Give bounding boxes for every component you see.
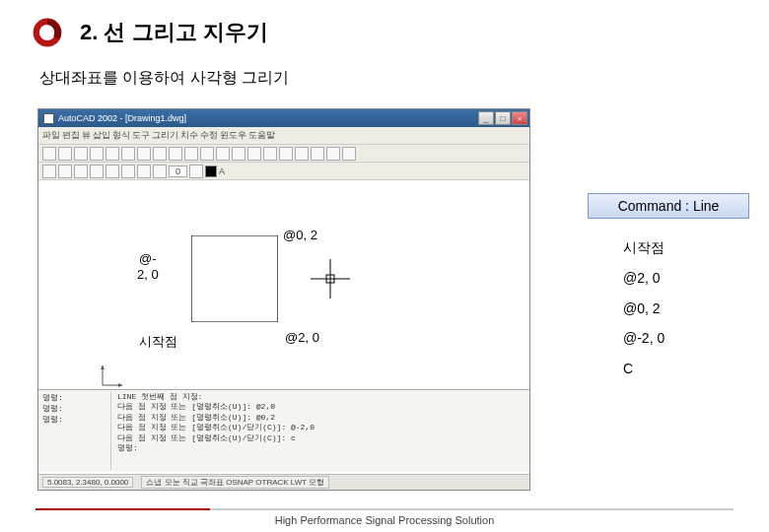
drawing-canvas[interactable]: @- 2, 0 @0, 2 시작점 @2, 0 모델 / 배치1 / 배치2 bbox=[38, 180, 529, 407]
coord-label-left: @- 2, 0 bbox=[137, 251, 159, 282]
toolbar-1 bbox=[38, 145, 529, 163]
logo-icon bbox=[30, 15, 65, 50]
tool-icon[interactable] bbox=[295, 147, 309, 161]
minimize-button[interactable]: _ bbox=[478, 111, 494, 125]
tool-icon[interactable] bbox=[58, 165, 72, 178]
tool-icon[interactable] bbox=[137, 147, 151, 161]
tool-icon[interactable] bbox=[189, 165, 203, 178]
menu-item[interactable]: 삽입 bbox=[93, 129, 110, 142]
layer-dropdown[interactable]: 0 bbox=[169, 166, 187, 177]
text-label: A bbox=[219, 166, 225, 176]
tool-icon[interactable] bbox=[342, 147, 356, 161]
cad-titlebar: AutoCAD 2002 - [Drawing1.dwg] _ □ × bbox=[38, 109, 529, 127]
coord-label-bottom: @2, 0 bbox=[285, 330, 319, 346]
command-panel-header: Command : Line bbox=[588, 193, 749, 219]
menu-item[interactable]: 윈도우 bbox=[220, 129, 246, 142]
square-shape bbox=[191, 235, 278, 322]
ucs-icon bbox=[98, 361, 127, 392]
status-flags: 스냅 모눈 직교 극좌표 OSNAP OTRACK LWT 모형 bbox=[141, 476, 329, 489]
menu-item[interactable]: 수정 bbox=[200, 129, 218, 142]
svg-marker-7 bbox=[118, 383, 122, 387]
tool-icon[interactable] bbox=[90, 147, 104, 161]
tool-icon[interactable] bbox=[184, 147, 198, 161]
window-controls: _ □ × bbox=[478, 111, 527, 125]
crosshair-cursor-icon bbox=[311, 259, 350, 302]
menu-item[interactable]: 형식 bbox=[112, 129, 130, 142]
svg-marker-8 bbox=[101, 366, 105, 369]
cmd-item: @2, 0 bbox=[623, 263, 749, 294]
cmd-item: 시작점 bbox=[623, 233, 749, 263]
coord-label-start: 시작점 bbox=[139, 334, 177, 350]
tool-icon[interactable] bbox=[121, 147, 135, 161]
tool-icon[interactable] bbox=[74, 165, 88, 178]
tool-icon[interactable] bbox=[90, 165, 104, 178]
tool-icon[interactable] bbox=[105, 147, 119, 161]
cmd-item: @-2, 0 bbox=[623, 323, 749, 354]
menu-item[interactable]: 그리기 bbox=[152, 129, 178, 142]
tool-icon[interactable] bbox=[169, 147, 182, 161]
tool-icon[interactable] bbox=[74, 147, 88, 161]
app-icon bbox=[43, 113, 54, 124]
cad-window: AutoCAD 2002 - [Drawing1.dwg] _ □ × 파일 편… bbox=[37, 108, 530, 491]
tool-icon[interactable] bbox=[247, 147, 261, 161]
command-list: 시작점 @2, 0 @0, 2 @-2, 0 C bbox=[588, 219, 749, 384]
console-output: LINE 첫번째 점 지정: 다음 점 지정 또는 [명령취소(U)]: @2,… bbox=[111, 392, 525, 470]
tool-icon[interactable] bbox=[216, 147, 230, 161]
tool-icon[interactable] bbox=[232, 147, 245, 161]
footer-divider bbox=[35, 508, 734, 510]
tool-icon[interactable] bbox=[200, 147, 214, 161]
menubar: 파일 편집 뷰 삽입 형식 도구 그리기 치수 수정 윈도우 도움말 bbox=[38, 127, 529, 145]
page-title: 2. 선 그리고 지우기 bbox=[80, 18, 268, 47]
tool-icon[interactable] bbox=[263, 147, 277, 161]
tool-icon[interactable] bbox=[58, 147, 72, 161]
console-prompt-col: 명령: 명령: 명령: bbox=[42, 392, 111, 470]
menu-item[interactable]: 편집 bbox=[62, 129, 80, 142]
color-swatch[interactable] bbox=[205, 166, 217, 177]
tool-icon[interactable] bbox=[279, 147, 293, 161]
slide-header: 2. 선 그리고 지우기 bbox=[0, 0, 769, 60]
statusbar: 5.0083, 2.3480, 0.0000 스냅 모눈 직교 극좌표 OSNA… bbox=[38, 474, 529, 490]
menu-item[interactable]: 파일 bbox=[42, 129, 60, 142]
tool-icon[interactable] bbox=[105, 165, 119, 178]
tool-icon[interactable] bbox=[42, 147, 56, 161]
slide-footer: High Performance Signal Processing Solut… bbox=[0, 504, 769, 526]
tool-icon[interactable] bbox=[326, 147, 340, 161]
tool-icon[interactable] bbox=[153, 165, 167, 178]
tool-icon[interactable] bbox=[42, 165, 56, 178]
tool-icon[interactable] bbox=[137, 165, 151, 178]
menu-item[interactable]: 뷰 bbox=[82, 129, 91, 142]
status-coords: 5.0083, 2.3480, 0.0000 bbox=[42, 477, 133, 488]
maximize-button[interactable]: □ bbox=[495, 111, 511, 125]
coord-label-top: @0, 2 bbox=[283, 228, 317, 243]
command-console[interactable]: 명령: 명령: 명령: LINE 첫번째 점 지정: 다음 점 지정 또는 [명… bbox=[38, 389, 529, 472]
toolbar-2: 0 A bbox=[38, 163, 529, 180]
tool-icon[interactable] bbox=[153, 147, 167, 161]
menu-item[interactable]: 치수 bbox=[180, 129, 198, 142]
cmd-item: C bbox=[623, 354, 749, 384]
footer-text: High Performance Signal Processing Solut… bbox=[275, 514, 495, 526]
command-panel: Command : Line 시작점 @2, 0 @0, 2 @-2, 0 C bbox=[588, 193, 749, 384]
tool-icon[interactable] bbox=[311, 147, 324, 161]
menu-item[interactable]: 도움말 bbox=[248, 129, 275, 142]
cmd-item: @0, 2 bbox=[623, 294, 749, 324]
window-title: AutoCAD 2002 - [Drawing1.dwg] bbox=[58, 113, 186, 123]
close-button[interactable]: × bbox=[512, 111, 527, 125]
tool-icon[interactable] bbox=[121, 165, 135, 178]
menu-item[interactable]: 도구 bbox=[132, 129, 150, 142]
page-subtitle: 상대좌표를 이용하여 사각형 그리기 bbox=[0, 60, 769, 95]
